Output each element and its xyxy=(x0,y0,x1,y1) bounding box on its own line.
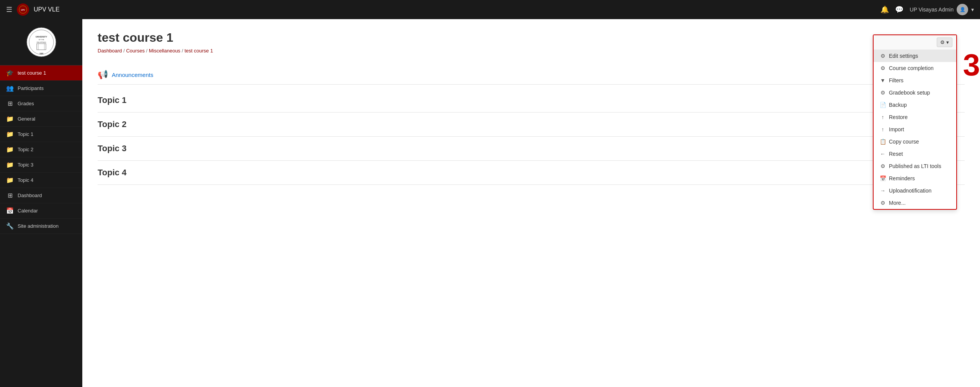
course-completion-label: Course completion xyxy=(889,65,934,71)
sidebar-item-calendar-label: Calendar xyxy=(18,208,38,214)
app-title: UPV VLE xyxy=(34,6,60,13)
annotation-number: 3 xyxy=(963,50,980,80)
topbar-left: ☰ UPV UPV VLE xyxy=(6,3,60,16)
sidebar: UNIVERSITY OF THE PHILIPPINES 1908 🎓 tes… xyxy=(0,19,82,387)
gear-menu: ⚙ Edit settings ⚙ Course completion ▼ Fi… xyxy=(874,50,956,209)
participants-icon: 👥 xyxy=(6,85,14,92)
sidebar-item-topic3[interactable]: 📁 Topic 3 xyxy=(0,157,82,173)
gear-dropdown: ⚙ ▾ ⚙ Edit settings ⚙ Course completion … xyxy=(873,34,957,210)
announcements-icon: 📢 xyxy=(98,70,108,80)
sidebar-item-general-label: General xyxy=(18,116,35,122)
import-label: Import xyxy=(889,126,904,132)
user-menu[interactable]: UP Visayas Admin 👤 ▾ xyxy=(910,4,974,15)
bell-icon[interactable]: 🔔 xyxy=(880,5,889,14)
sidebar-item-topic3-label: Topic 3 xyxy=(18,162,33,168)
sidebar-item-topic2[interactable]: 📁 Topic 2 xyxy=(0,142,82,157)
upv-logo: UPV xyxy=(17,3,29,16)
menu-item-backup[interactable]: 📄 Backup xyxy=(874,99,956,111)
sidebar-item-course-label: test course 1 xyxy=(18,70,46,76)
sidebar-logo: UNIVERSITY OF THE PHILIPPINES 1908 xyxy=(0,19,82,65)
reset-label: Reset xyxy=(889,151,903,157)
breadcrumb-dashboard[interactable]: Dashboard xyxy=(98,48,122,54)
breadcrumb-course[interactable]: test course 1 xyxy=(185,48,213,54)
sidebar-item-grades[interactable]: ⊞ Grades xyxy=(0,96,82,111)
breadcrumb-sep3: / xyxy=(182,48,185,54)
more-label: More... xyxy=(889,200,906,206)
gear-settings-button[interactable]: ⚙ ▾ xyxy=(937,38,952,47)
topic2-section: Topic 2 xyxy=(98,113,965,137)
course-completion-icon: ⚙ xyxy=(880,65,886,71)
menu-item-restore[interactable]: ↑ Restore xyxy=(874,111,956,123)
breadcrumb-courses[interactable]: Courses xyxy=(126,48,144,54)
sidebar-item-topic2-label: Topic 2 xyxy=(18,147,33,152)
topic1-icon: 📁 xyxy=(6,131,14,138)
dashboard-icon: ⊞ xyxy=(6,192,14,199)
sidebar-item-participants-label: Participants xyxy=(18,85,44,91)
sidebar-item-dashboard-label: Dashboard xyxy=(18,193,42,198)
breadcrumb-miscellaneous[interactable]: Miscellaneous xyxy=(149,48,180,54)
edit-settings-icon: ⚙ xyxy=(880,53,886,59)
reminders-icon: 📅 xyxy=(880,175,886,181)
reminders-label: Reminders xyxy=(889,175,915,181)
menu-item-course-completion[interactable]: ⚙ Course completion xyxy=(874,62,956,74)
sidebar-item-site-admin[interactable]: 🔧 Site administration xyxy=(0,219,82,234)
svg-text:UPV: UPV xyxy=(21,9,25,11)
topbar: ☰ UPV UPV VLE 🔔 💬 UP Visayas Admin 👤 ▾ xyxy=(0,0,980,19)
menu-item-copy-course[interactable]: 📋 Copy course xyxy=(874,136,956,148)
sidebar-item-topic4-label: Topic 4 xyxy=(18,177,33,183)
gradebook-setup-label: Gradebook setup xyxy=(889,90,930,96)
menu-item-published-lti[interactable]: ⚙ Published as LTI tools xyxy=(874,160,956,172)
import-icon: ↑ xyxy=(880,126,886,132)
sidebar-item-participants[interactable]: 👥 Participants xyxy=(0,81,82,96)
filters-label: Filters xyxy=(889,77,903,83)
topic3-title: Topic 3 xyxy=(98,144,965,153)
sidebar-item-general[interactable]: 📁 General xyxy=(0,111,82,127)
chat-icon[interactable]: 💬 xyxy=(895,5,903,14)
sidebar-item-site-admin-label: Site administration xyxy=(18,223,59,229)
topic1-title: Topic 1 xyxy=(98,95,965,105)
gear-dropdown-header: ⚙ ▾ xyxy=(874,35,956,50)
edit-settings-label: Edit settings xyxy=(889,53,918,59)
main-layout: UNIVERSITY OF THE PHILIPPINES 1908 🎓 tes… xyxy=(0,19,980,387)
user-name: UP Visayas Admin xyxy=(910,7,954,13)
calendar-icon: 📅 xyxy=(6,207,14,214)
topic4-icon: 📁 xyxy=(6,176,14,184)
svg-text:OF THE: OF THE xyxy=(38,39,44,41)
general-icon: 📁 xyxy=(6,115,14,122)
announcements-link[interactable]: Announcements xyxy=(112,72,153,78)
hamburger-menu-button[interactable]: ☰ xyxy=(6,5,12,14)
sidebar-item-topic1[interactable]: 📁 Topic 1 xyxy=(0,127,82,142)
svg-text:PHILIPPINES: PHILIPPINES xyxy=(36,41,46,43)
topic4-title: Topic 4 xyxy=(98,168,965,178)
uploadnotification-icon: → xyxy=(880,188,886,194)
reset-icon: ← xyxy=(880,151,886,157)
topic2-icon: 📁 xyxy=(6,146,14,153)
sidebar-navigation: 🎓 test course 1 👥 Participants ⊞ Grades … xyxy=(0,65,82,234)
copy-course-icon: 📋 xyxy=(880,139,886,145)
topic4-section: Topic 4 xyxy=(98,161,965,185)
sidebar-item-grades-label: Grades xyxy=(18,101,34,106)
menu-item-reminders[interactable]: 📅 Reminders xyxy=(874,172,956,185)
published-lti-icon: ⚙ xyxy=(880,163,886,169)
content-area: test course 1 Dashboard / Courses / Misc… xyxy=(82,19,980,387)
backup-icon: 📄 xyxy=(880,102,886,108)
backup-label: Backup xyxy=(889,102,907,108)
sidebar-item-calendar[interactable]: 📅 Calendar xyxy=(0,203,82,219)
menu-item-gradebook-setup[interactable]: ⚙ Gradebook setup xyxy=(874,87,956,99)
menu-item-edit-settings[interactable]: ⚙ Edit settings xyxy=(874,50,956,62)
menu-item-more[interactable]: ⚙ More... xyxy=(874,197,956,209)
menu-item-filters[interactable]: ▼ Filters xyxy=(874,74,956,87)
topic2-title: Topic 2 xyxy=(98,119,965,129)
sidebar-item-dashboard[interactable]: ⊞ Dashboard xyxy=(0,188,82,203)
gear-icon: ⚙ xyxy=(940,39,945,45)
menu-item-import[interactable]: ↑ Import xyxy=(874,123,956,136)
menu-item-reset[interactable]: ← Reset xyxy=(874,148,956,160)
topic1-section: Topic 1 xyxy=(98,88,965,113)
sidebar-item-topic4[interactable]: 📁 Topic 4 xyxy=(0,173,82,188)
topic3-section: Topic 3 xyxy=(98,137,965,161)
sidebar-item-course[interactable]: 🎓 test course 1 xyxy=(0,65,82,81)
published-lti-label: Published as LTI tools xyxy=(889,163,941,169)
svg-text:UNIVERSITY: UNIVERSITY xyxy=(35,36,47,38)
more-icon: ⚙ xyxy=(880,200,886,206)
menu-item-uploadnotification[interactable]: → Uploadnotification xyxy=(874,185,956,197)
